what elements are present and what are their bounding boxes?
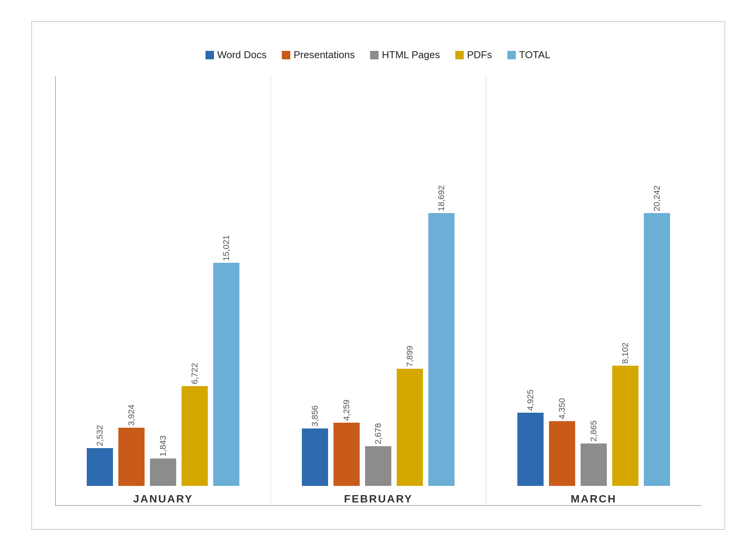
bar-wrapper-january-word-docs: 2,532 (87, 185, 113, 486)
legend-label-presentations: Presentations (293, 49, 355, 61)
bar-value-january-html-pages: 1,843 (158, 435, 168, 457)
bar-february-word-docs (302, 428, 328, 486)
bar-value-march-total: 20,242 (652, 185, 662, 211)
legend-swatch-word-docs (205, 51, 214, 59)
bar-value-february-word-docs: 3,856 (310, 405, 320, 427)
bar-march-pdfs (612, 366, 638, 486)
bar-wrapper-february-total: 18,692 (428, 185, 455, 486)
legend-swatch-presentations (282, 51, 290, 59)
legend-item-pdfs: PDFs (455, 49, 492, 61)
bar-march-presentations (549, 421, 575, 486)
bar-wrapper-february-pdfs: 7,899 (397, 185, 423, 486)
month-label-january: JANUARY (133, 493, 193, 505)
bar-value-january-pdfs: 6,722 (190, 363, 200, 384)
legend-item-total: TOTAL (507, 49, 550, 61)
chart-area: 2,5323,9241,8436,72215,021JANUARY3,8564,… (55, 76, 701, 506)
bar-wrapper-february-word-docs: 3,856 (302, 185, 328, 486)
bars-group-february: 3,8564,2592,6787,89918,692 (283, 185, 474, 486)
legend-item-html-pages: HTML Pages (370, 49, 440, 61)
bar-wrapper-january-total: 15,021 (213, 185, 239, 486)
bar-value-march-pdfs: 8,102 (620, 343, 630, 364)
month-section-march: 4,9254,3502,8658,10220,242MARCH (486, 76, 701, 505)
legend-item-presentations: Presentations (282, 49, 355, 61)
bar-wrapper-january-presentations: 3,924 (118, 185, 145, 486)
bars-group-march: 4,9254,3502,8658,10220,242 (498, 185, 689, 486)
legend-swatch-pdfs (455, 51, 464, 59)
bar-january-word-docs (87, 448, 113, 486)
bar-value-february-pdfs: 7,899 (405, 346, 415, 367)
bar-january-pdfs (182, 386, 208, 486)
legend-label-html-pages: HTML Pages (382, 49, 440, 61)
bar-february-total (428, 213, 455, 486)
bar-january-presentations (118, 428, 145, 486)
bar-march-total (644, 213, 670, 486)
month-label-march: MARCH (571, 493, 616, 505)
bar-value-february-html-pages: 2,678 (373, 423, 383, 444)
bar-value-january-total: 15,021 (221, 235, 231, 261)
bar-value-march-presentations: 4,350 (557, 398, 567, 419)
bar-february-html-pages (365, 446, 391, 486)
legend-label-total: TOTAL (519, 49, 550, 61)
chart-container: Word DocsPresentationsHTML PagesPDFsTOTA… (31, 21, 725, 530)
bar-march-word-docs (517, 413, 544, 486)
legend-swatch-html-pages (370, 51, 379, 59)
bar-wrapper-march-presentations: 4,350 (549, 185, 575, 486)
bar-wrapper-january-pdfs: 6,722 (182, 185, 208, 486)
bar-february-pdfs (397, 369, 423, 486)
legend-label-word-docs: Word Docs (217, 49, 266, 61)
bar-january-total (213, 263, 239, 486)
bar-value-march-word-docs: 4,925 (525, 390, 535, 411)
legend-swatch-total (507, 51, 516, 59)
bar-wrapper-february-presentations: 4,259 (333, 185, 360, 486)
bar-wrapper-january-html-pages: 1,843 (150, 185, 176, 486)
bar-wrapper-march-word-docs: 4,925 (517, 185, 544, 486)
bar-january-html-pages (150, 459, 176, 486)
bar-wrapper-march-total: 20,242 (644, 185, 670, 486)
bar-value-march-html-pages: 2,865 (589, 420, 599, 442)
bar-february-presentations (333, 423, 360, 486)
month-label-february: FEBRUARY (344, 493, 413, 505)
bar-value-january-presentations: 3,924 (126, 405, 136, 426)
bar-value-february-presentations: 4,259 (342, 400, 352, 421)
month-section-february: 3,8564,2592,6787,89918,692FEBRUARY (271, 76, 486, 505)
bars-group-january: 2,5323,9241,8436,72215,021 (67, 185, 259, 486)
legend-label-pdfs: PDFs (467, 49, 492, 61)
legend-item-word-docs: Word Docs (205, 49, 266, 61)
chart-legend: Word DocsPresentationsHTML PagesPDFsTOTA… (205, 49, 550, 61)
month-section-january: 2,5323,9241,8436,72215,021JANUARY (56, 76, 271, 505)
bar-wrapper-march-html-pages: 2,865 (581, 185, 607, 486)
bar-value-january-word-docs: 2,532 (95, 425, 105, 446)
bar-value-february-total: 18,692 (436, 185, 446, 211)
bar-wrapper-february-html-pages: 2,678 (365, 185, 391, 486)
bar-march-html-pages (581, 443, 607, 486)
bar-wrapper-march-pdfs: 8,102 (612, 185, 638, 486)
